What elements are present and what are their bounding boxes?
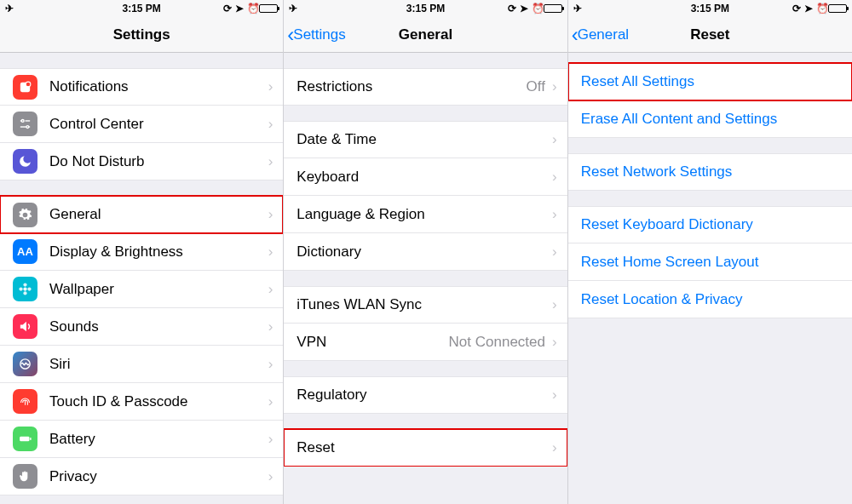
airplane-icon: ✈︎ — [5, 3, 14, 14]
svg-point-11 — [19, 287, 22, 290]
page-title: Settings — [113, 26, 170, 43]
row-label: Erase All Content and Settings — [581, 111, 842, 128]
siri-icon — [13, 352, 37, 376]
row-dt[interactable]: Date & Time› — [284, 121, 567, 158]
battery-icon — [544, 4, 562, 13]
chevron-right-icon: › — [268, 281, 273, 298]
orientation-lock-icon: ⟳ — [508, 4, 517, 14]
row-detail: Not Connected — [449, 334, 545, 351]
general-list[interactable]: RestrictionsOff›Date & Time›Keyboard›Lan… — [284, 53, 567, 467]
row-reset[interactable]: Reset› — [284, 429, 567, 467]
airplane-icon: ✈︎ — [289, 3, 297, 14]
status-bar: ✈︎ 3:15 PM ⟳ ➤ ⏰ — [0, 0, 283, 17]
row-gen[interactable]: General› — [0, 196, 283, 233]
wall-icon — [13, 277, 37, 301]
row-disp[interactable]: AADisplay & Brightness› — [0, 233, 283, 271]
row-label: Reset — [296, 439, 552, 456]
row-label: Reset Location & Privacy — [581, 291, 842, 308]
orientation-lock-icon: ⟳ — [223, 4, 233, 14]
row-cc[interactable]: Control Center› — [0, 106, 283, 143]
chevron-right-icon: › — [552, 243, 557, 261]
row-rhs[interactable]: Reset Home Screen Layout — [568, 243, 852, 281]
dnd-icon — [13, 149, 37, 174]
row-label: Wallpaper — [49, 281, 268, 298]
row-label: Display & Brightness — [49, 243, 268, 261]
touch-icon — [13, 389, 37, 414]
chevron-right-icon: › — [268, 468, 273, 485]
row-rlp[interactable]: Reset Location & Privacy — [568, 281, 852, 318]
chevron-right-icon: › — [552, 78, 557, 95]
row-sound[interactable]: Sounds› — [0, 308, 283, 346]
device-general: ✈︎ 3:15 PM ⟳ ➤ ⏰ ‹ Settings General Rest… — [284, 0, 567, 504]
location-icon: ➤ — [804, 4, 814, 14]
chevron-right-icon: › — [552, 296, 557, 313]
row-label: Reset Keyboard Dictionary — [581, 216, 842, 233]
row-label: Sounds — [49, 318, 268, 335]
row-label: Notifications — [49, 78, 268, 95]
row-label: Battery — [49, 431, 268, 448]
chevron-right-icon: › — [268, 356, 273, 373]
row-label: Date & Time — [296, 131, 552, 148]
chevron-right-icon: › — [552, 131, 557, 148]
row-wlan[interactable]: iTunes WLAN Sync› — [284, 286, 567, 324]
status-time: 3:15 PM — [691, 3, 729, 14]
svg-point-12 — [27, 287, 31, 290]
row-reg[interactable]: Regulatory› — [284, 376, 567, 414]
row-label: Regulatory — [296, 387, 552, 404]
row-label: Touch ID & Passcode — [49, 393, 268, 410]
nav-bar: Settings — [0, 17, 283, 53]
row-batt[interactable]: Battery› — [0, 421, 283, 458]
airplane-icon: ✈︎ — [573, 3, 582, 14]
row-label: Reset All Settings — [581, 73, 842, 90]
row-siri[interactable]: Siri› — [0, 346, 283, 383]
row-detail: Off — [527, 78, 545, 95]
battery-icon — [259, 4, 278, 13]
alarm-icon: ⏰ — [247, 4, 256, 14]
svg-point-2 — [21, 120, 24, 123]
row-label: Language & Region — [296, 206, 552, 223]
row-priv[interactable]: Privacy› — [0, 458, 283, 495]
location-icon: ➤ — [235, 4, 245, 14]
row-label: Restrictions — [296, 78, 526, 95]
chevron-right-icon: › — [552, 169, 557, 186]
priv-icon — [13, 464, 37, 489]
settings-list[interactable]: Notifications›Control Center›Do Not Dist… — [0, 53, 283, 495]
row-label: Control Center — [49, 116, 268, 133]
chevron-right-icon: › — [268, 153, 273, 170]
row-label: Reset Network Settings — [581, 163, 842, 180]
chevron-right-icon: › — [552, 387, 557, 404]
row-kb[interactable]: Keyboard› — [284, 158, 567, 196]
page-title: Reset — [690, 26, 729, 43]
battery-icon — [828, 4, 847, 13]
device-settings: ✈︎ 3:15 PM ⟳ ➤ ⏰ Settings Notifications›… — [0, 0, 284, 504]
chevron-right-icon: › — [268, 116, 273, 133]
back-button[interactable]: ‹ Settings — [287, 25, 345, 45]
row-touch[interactable]: Touch ID & Passcode› — [0, 383, 283, 421]
reset-list[interactable]: Reset All SettingsErase All Content and … — [568, 53, 852, 318]
nav-bar: ‹ General Reset — [568, 17, 852, 53]
status-bar: ✈︎ 3:15 PM ⟳ ➤ ⏰ — [568, 0, 852, 17]
triptych: ✈︎ 3:15 PM ⟳ ➤ ⏰ Settings Notifications›… — [0, 0, 852, 504]
alarm-icon: ⏰ — [532, 4, 541, 14]
svg-rect-15 — [30, 438, 31, 440]
row-restr[interactable]: RestrictionsOff› — [284, 68, 567, 106]
chevron-right-icon: › — [268, 393, 273, 410]
back-button[interactable]: ‹ General — [572, 25, 629, 45]
row-vpn[interactable]: VPNNot Connected› — [284, 324, 567, 361]
svg-rect-14 — [20, 437, 29, 442]
row-dict[interactable]: Dictionary› — [284, 233, 567, 271]
chevron-right-icon: › — [268, 431, 273, 448]
row-ras[interactable]: Reset All Settings — [568, 63, 852, 100]
row-wall[interactable]: Wallpaper› — [0, 271, 283, 308]
row-label: Siri — [49, 356, 268, 373]
row-dnd[interactable]: Do Not Disturb› — [0, 143, 283, 180]
chevron-right-icon: › — [552, 334, 557, 351]
row-notif[interactable]: Notifications› — [0, 68, 283, 106]
page-title: General — [399, 26, 452, 43]
row-eac[interactable]: Erase All Content and Settings — [568, 100, 852, 138]
orientation-lock-icon: ⟳ — [792, 4, 802, 14]
row-lr[interactable]: Language & Region› — [284, 196, 567, 233]
row-rkd[interactable]: Reset Keyboard Dictionary — [568, 206, 852, 243]
row-rns[interactable]: Reset Network Settings — [568, 153, 852, 191]
svg-point-9 — [23, 283, 26, 286]
